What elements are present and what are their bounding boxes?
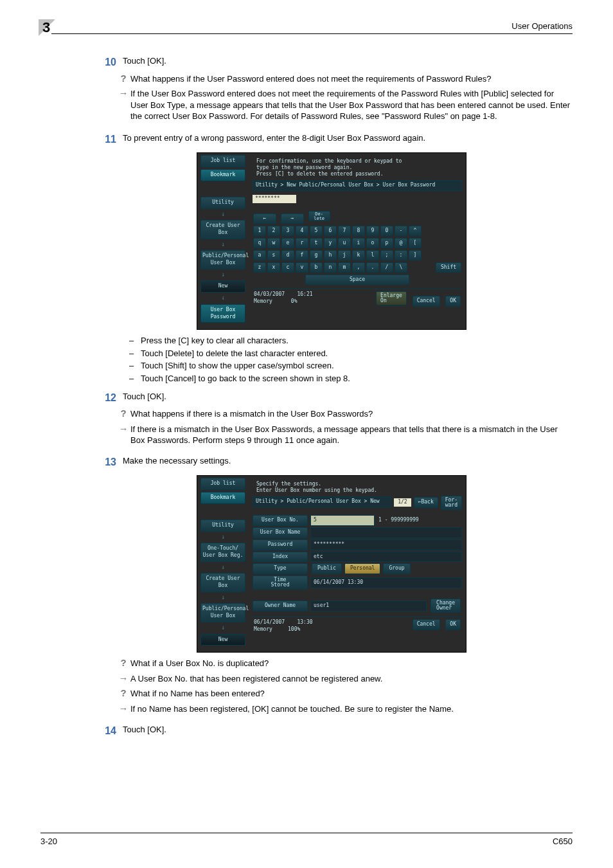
key-0[interactable]: 0 bbox=[380, 226, 393, 236]
key-j[interactable]: j bbox=[338, 250, 351, 260]
sidebar-public-personal[interactable]: Public/Personal User Box bbox=[200, 250, 245, 269]
key-a[interactable]: a bbox=[253, 250, 266, 260]
key-][interactable]: ] bbox=[409, 250, 422, 260]
key-n[interactable]: n bbox=[324, 262, 337, 273]
arrow-left-key[interactable]: ← bbox=[253, 213, 276, 224]
key--[interactable]: - bbox=[395, 226, 407, 236]
key-p[interactable]: p bbox=[380, 238, 393, 248]
cancel-button[interactable]: Cancel bbox=[413, 619, 440, 630]
key-^[interactable]: ^ bbox=[409, 226, 422, 236]
value-box-no[interactable]: 5 bbox=[310, 515, 375, 526]
key-9[interactable]: 9 bbox=[366, 226, 379, 236]
answer-text: If no Name has been registered, [OK] can… bbox=[130, 703, 573, 715]
key-z[interactable]: z bbox=[253, 262, 266, 273]
enlarge-button[interactable]: Enlarge On bbox=[376, 291, 407, 305]
password-field[interactable]: ******** bbox=[253, 195, 296, 203]
nav-arrow-icon: ↓ bbox=[197, 532, 249, 541]
label-time-stored: Time Stored bbox=[253, 575, 308, 590]
change-owner-button[interactable]: Change Owner bbox=[431, 599, 461, 613]
key-i[interactable]: i bbox=[352, 238, 365, 248]
nav-arrow-icon: ↓ bbox=[197, 563, 249, 572]
key-\[interactable]: \ bbox=[395, 262, 407, 273]
arrow-right-key[interactable]: → bbox=[281, 213, 304, 224]
label-owner: Owner Name bbox=[253, 601, 308, 611]
sidebar-bookmark[interactable]: Bookmark bbox=[200, 169, 245, 181]
value-time-stored: 06/14/2007 13:30 bbox=[310, 577, 462, 588]
key-m[interactable]: m bbox=[338, 262, 351, 273]
question-icon: ? bbox=[116, 658, 130, 668]
key-@[interactable]: @ bbox=[395, 238, 407, 248]
sidebar-utility[interactable]: Utility bbox=[200, 520, 245, 532]
key-1[interactable]: 1 bbox=[253, 226, 266, 236]
screenshot-main: For confirmation, use the keyboard or ke… bbox=[249, 153, 466, 329]
sidebar-public-personal[interactable]: Public/Personal User Box bbox=[200, 603, 245, 622]
key-u[interactable]: u bbox=[338, 238, 351, 248]
key-[[interactable]: [ bbox=[409, 238, 422, 248]
key-:[interactable]: : bbox=[395, 250, 407, 260]
step-10: 10 Touch [OK]. bbox=[91, 55, 573, 69]
key-v[interactable]: v bbox=[296, 262, 308, 273]
cancel-button[interactable]: Cancel bbox=[413, 296, 440, 307]
sidebar-one-touch[interactable]: One-Touch/ User Box Reg. bbox=[200, 543, 245, 562]
label-box-name[interactable]: User Box Name bbox=[253, 527, 308, 538]
type-public[interactable]: Public bbox=[312, 563, 342, 574]
key-7[interactable]: 7 bbox=[338, 226, 351, 236]
back-button[interactable]: ←Back bbox=[414, 497, 438, 508]
value-owner: user1 bbox=[310, 601, 427, 611]
key-/[interactable]: / bbox=[380, 262, 393, 273]
key-8[interactable]: 8 bbox=[352, 226, 365, 236]
msg-line: Press [C] to delete the entered password… bbox=[256, 171, 383, 177]
key-e[interactable]: e bbox=[281, 238, 294, 248]
sidebar-job-list[interactable]: Job list bbox=[200, 478, 245, 490]
memory-value: 0% bbox=[291, 298, 298, 304]
key-o[interactable]: o bbox=[366, 238, 379, 248]
sidebar-job-list[interactable]: Job list bbox=[200, 155, 245, 167]
sidebar-new[interactable]: New bbox=[200, 280, 245, 293]
key-w[interactable]: w bbox=[267, 238, 280, 248]
sidebar-bookmark[interactable]: Bookmark bbox=[200, 492, 245, 504]
sidebar-utility[interactable]: Utility bbox=[200, 197, 245, 209]
key-h[interactable]: h bbox=[324, 250, 337, 260]
label-password[interactable]: Password bbox=[253, 539, 308, 550]
sidebar-create-user-box[interactable]: Create User Box bbox=[200, 573, 245, 592]
sidebar-create-user-box[interactable]: Create User Box bbox=[200, 220, 245, 239]
sidebar-new[interactable]: New bbox=[200, 634, 245, 646]
shift-key[interactable]: Shift bbox=[436, 262, 461, 273]
key-c[interactable]: c bbox=[281, 262, 294, 273]
key-y[interactable]: y bbox=[324, 238, 337, 248]
key-3[interactable]: 3 bbox=[281, 226, 294, 236]
ok-button[interactable]: OK bbox=[445, 296, 461, 307]
type-group[interactable]: Group bbox=[383, 563, 410, 574]
key-d[interactable]: d bbox=[281, 250, 294, 260]
forward-button[interactable]: For- ward bbox=[441, 496, 462, 510]
sidebar: Job list Bookmark Utility ↓ One-Touch/ U… bbox=[197, 476, 249, 647]
key-t[interactable]: t bbox=[310, 238, 323, 248]
key-s[interactable]: s bbox=[267, 250, 280, 260]
key-q[interactable]: q bbox=[253, 238, 266, 248]
step-number: 10 bbox=[91, 55, 123, 69]
space-key[interactable]: Space bbox=[305, 275, 409, 285]
key-5[interactable]: 5 bbox=[310, 226, 323, 236]
type-personal[interactable]: Personal bbox=[344, 563, 381, 574]
key-4[interactable]: 4 bbox=[296, 226, 308, 236]
delete-key[interactable]: De- lete bbox=[308, 211, 330, 221]
key-g[interactable]: g bbox=[310, 250, 323, 260]
key-6[interactable]: 6 bbox=[324, 226, 337, 236]
step-text: Make the necessary settings. bbox=[123, 455, 573, 469]
footer-page: 3-20 bbox=[40, 836, 57, 847]
label-index[interactable]: Index bbox=[253, 552, 308, 563]
key-.[interactable]: . bbox=[366, 262, 379, 273]
key-r[interactable]: r bbox=[296, 238, 308, 248]
key-2[interactable]: 2 bbox=[267, 226, 280, 236]
key-x[interactable]: x bbox=[267, 262, 280, 273]
footer-model: C650 bbox=[553, 836, 573, 847]
key-;[interactable]: ; bbox=[380, 250, 393, 260]
key-,[interactable]: , bbox=[352, 262, 365, 273]
memory-value: 100% bbox=[288, 626, 300, 632]
key-k[interactable]: k bbox=[352, 250, 365, 260]
key-f[interactable]: f bbox=[296, 250, 308, 260]
key-b[interactable]: b bbox=[310, 262, 323, 273]
ok-button[interactable]: OK bbox=[445, 619, 461, 630]
sidebar-password[interactable]: User Box Password bbox=[200, 304, 245, 323]
key-l[interactable]: l bbox=[366, 250, 379, 260]
